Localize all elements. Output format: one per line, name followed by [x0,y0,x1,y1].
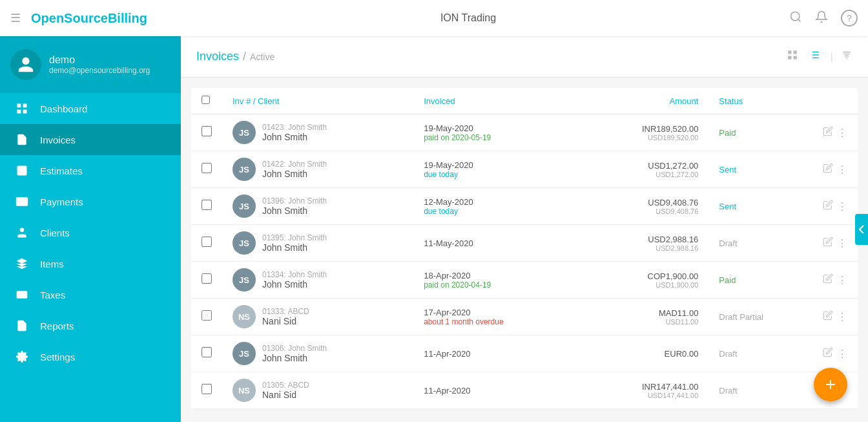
sidebar-user: demo demo@opensourcebilling.org [0,36,181,93]
edit-icon[interactable] [823,273,833,286]
grid-view-icon[interactable] [784,47,801,67]
content-header: Invoices / Active | [181,36,868,78]
more-options-icon[interactable]: ⋮ [837,164,847,176]
inv-client: John Smith [262,132,327,142]
row-client-cell: NS 01333: ABCD Nani Sid [222,299,413,335]
status-badge: Draft [719,386,737,396]
sidebar-item-label-estimates: Estimates [40,165,83,176]
row-status-cell: Draft ⋮ [708,335,858,372]
inv-amount-sub: USD2,988.16 [591,244,699,252]
table-row: JS 01423: John Smith John Smith 19-May-2… [191,114,858,151]
svg-rect-3 [23,104,27,108]
svg-rect-22 [788,56,791,59]
row-date-cell: 11-Apr-2020 [413,335,581,372]
row-amount-cell: COP1,900.00 USD1,900.00 [581,262,709,299]
edit-icon[interactable] [823,200,833,213]
sidebar-item-label-reports: Reports [40,321,74,332]
help-icon[interactable]: ? [841,10,858,26]
sidebar-item-invoices[interactable]: Invoices [0,124,181,155]
sidebar-item-estimates[interactable]: Estimates [0,155,181,186]
more-options-icon[interactable]: ⋮ [837,274,847,286]
inv-client: John Smith [262,206,327,216]
reports-icon [13,319,31,332]
row-amount-cell: MAD11.00 USD11.00 [581,299,709,335]
row-amount-cell: INR147,441.00 USD147,441.00 [581,372,709,409]
more-options-icon[interactable]: ⋮ [837,311,847,323]
row-client-cell: JS 01334: John Smith John Smith [222,262,413,299]
row-checkbox-2[interactable] [202,200,212,210]
more-options-icon[interactable]: ⋮ [837,200,847,213]
row-checkbox-cell [191,151,222,188]
edit-icon[interactable] [823,310,833,323]
sidebar-item-settings[interactable]: Settings [0,341,181,372]
inv-date-status: about 1 month overdue [424,317,570,326]
status-badge: Paid [719,128,736,138]
edit-icon[interactable] [823,126,833,139]
col-status: Status [708,88,858,114]
row-client-info: 01306: John Smith John Smith [262,344,327,363]
more-options-icon[interactable]: ⋮ [837,127,847,139]
svg-rect-8 [17,166,27,176]
dashboard-icon [13,102,31,115]
sidebar-item-items[interactable]: Items [0,248,181,279]
row-status-cell: Draft ⋮ [708,225,858,262]
filter-icon[interactable] [841,49,852,64]
row-actions: ⋮ [823,126,847,139]
row-checkbox-0[interactable] [202,126,212,136]
sidebar-item-dashboard[interactable]: Dashboard [0,93,181,124]
inv-amount-main: INR189,520.00 [591,124,699,134]
more-options-icon[interactable]: ⋮ [837,348,847,360]
estimates-icon [13,164,31,177]
list-view-icon[interactable] [806,47,823,67]
edit-icon[interactable] [823,163,833,176]
row-amount-cell: USD2,988.16 USD2,988.16 [581,225,709,262]
sidebar-item-payments[interactable]: Payments [0,186,181,217]
hamburger-icon[interactable]: ☰ [10,11,21,25]
row-checkbox-3[interactable] [202,237,212,247]
settings-icon [13,350,31,363]
select-all-header [191,88,222,114]
row-checkbox-5[interactable] [202,310,212,321]
row-client-cell: JS 01306: John Smith John Smith [222,335,413,372]
svg-rect-11 [16,197,28,206]
row-checkbox-7[interactable] [202,384,212,394]
edit-icon[interactable] [823,237,833,249]
row-actions: ⋮ [823,310,847,323]
main-layout: demo demo@opensourcebilling.org Dashboar… [0,36,868,422]
row-client-info: 01395: John Smith John Smith [262,233,327,253]
status-badge: Draft Partial [719,312,763,322]
row-date-cell: 19-May-2020 paid on 2020-05-19 [413,114,581,151]
svg-marker-14 [17,258,28,264]
bell-icon[interactable] [815,10,828,26]
svg-line-1 [798,19,801,21]
row-checkbox-6[interactable] [202,347,212,357]
sidebar-item-taxes[interactable]: Taxes [0,279,181,310]
status-badge: Draft [719,238,737,248]
row-date-cell: 19-May-2020 due today [413,151,581,188]
row-checkbox-1[interactable] [202,163,212,173]
inv-amount-sub: USD189,520.00 [591,134,699,142]
add-invoice-button[interactable]: + [814,368,847,401]
edit-icon[interactable] [823,347,833,360]
inv-amount-main: MAD11.00 [591,308,699,318]
sidebar-item-label-items: Items [40,258,64,269]
inv-date-status: due today [424,170,570,179]
inv-amount-main: COP1,900.00 [591,271,699,281]
inv-date: 12-May-2020 [424,197,570,207]
sidebar-item-clients[interactable]: Clients [0,217,181,248]
right-panel-toggle[interactable] [855,214,868,245]
svg-point-0 [791,12,800,20]
select-all-checkbox[interactable] [202,96,210,104]
search-icon[interactable] [789,10,802,26]
inv-date: 19-May-2020 [424,123,570,133]
col-client: Inv # / Client [222,88,413,114]
header-actions: | [784,47,852,67]
row-checkbox-cell [191,225,222,262]
sidebar-item-reports[interactable]: Reports [0,310,181,341]
more-options-icon[interactable]: ⋮ [837,237,847,249]
inv-amount-main: EUR0.00 [591,349,699,359]
table-row: JS 01422: John Smith John Smith 19-May-2… [191,151,858,188]
row-checkbox-4[interactable] [202,273,212,284]
col-invoiced: Invoiced [413,88,581,114]
row-date-cell: 11-May-2020 [413,225,581,262]
